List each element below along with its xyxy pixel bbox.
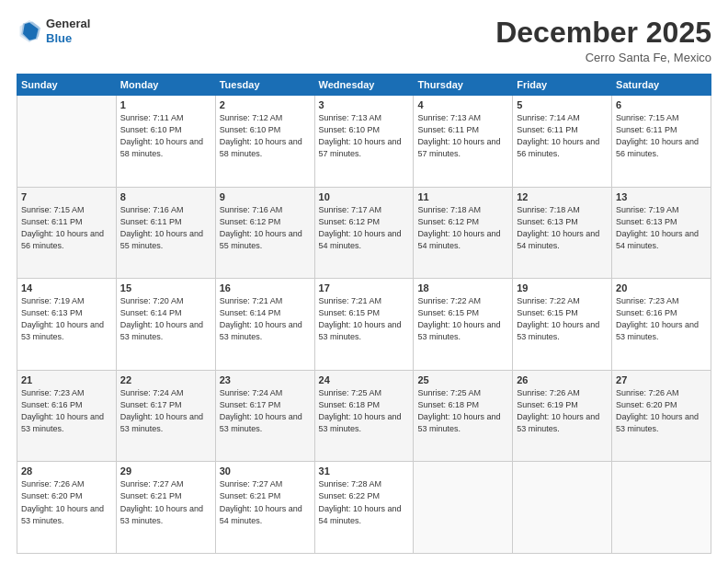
- calendar-cell: 2 Sunrise: 7:12 AM Sunset: 6:10 PM Dayli…: [215, 96, 314, 188]
- sunrise-label: Sunrise: 7:12 AM: [220, 113, 283, 122]
- sunrise-label: Sunrise: 7:26 AM: [616, 388, 679, 397]
- calendar-cell: 4 Sunrise: 7:13 AM Sunset: 6:11 PM Dayli…: [414, 96, 513, 188]
- calendar-cell: 9 Sunrise: 7:16 AM Sunset: 6:12 PM Dayli…: [215, 187, 314, 279]
- calendar-cell: 30 Sunrise: 7:27 AM Sunset: 6:21 PM Dayl…: [215, 462, 314, 554]
- sunrise-label: Sunrise: 7:25 AM: [417, 388, 481, 397]
- daylight-label: Daylight: 10 hours and 55 minutes.: [220, 229, 302, 250]
- calendar-cell: [612, 462, 711, 554]
- sunrise-label: Sunrise: 7:24 AM: [220, 388, 283, 397]
- sunset-label: Sunset: 6:15 PM: [319, 308, 381, 317]
- sunrise-label: Sunrise: 7:16 AM: [120, 205, 184, 214]
- sunrise-label: Sunrise: 7:20 AM: [120, 296, 184, 305]
- sunrise-label: Sunrise: 7:21 AM: [220, 296, 283, 305]
- daylight-label: Daylight: 10 hours and 53 minutes.: [616, 412, 699, 433]
- sunset-label: Sunset: 6:14 PM: [120, 308, 182, 317]
- sunset-label: Sunset: 6:13 PM: [517, 217, 578, 226]
- logo-blue: Blue: [46, 31, 90, 46]
- day-number: 31: [319, 465, 410, 477]
- calendar-cell: [17, 96, 117, 188]
- sunset-label: Sunset: 6:10 PM: [319, 125, 381, 134]
- day-number: 10: [319, 191, 410, 202]
- day-number: 6: [616, 99, 707, 110]
- calendar-cell: 19 Sunrise: 7:22 AM Sunset: 6:15 PM Dayl…: [513, 279, 612, 371]
- logo-text: General Blue: [46, 17, 90, 45]
- daylight-label: Daylight: 10 hours and 53 minutes.: [120, 320, 203, 341]
- daylight-label: Daylight: 10 hours and 53 minutes.: [21, 320, 104, 341]
- daylight-label: Daylight: 10 hours and 54 minutes.: [319, 504, 402, 525]
- day-number: 26: [517, 374, 608, 385]
- calendar-cell: 15 Sunrise: 7:20 AM Sunset: 6:14 PM Dayl…: [116, 279, 215, 371]
- daylight-label: Daylight: 10 hours and 54 minutes.: [616, 229, 699, 250]
- calendar-cell: 10 Sunrise: 7:17 AM Sunset: 6:12 PM Dayl…: [314, 187, 414, 279]
- sunrise-label: Sunrise: 7:27 AM: [220, 479, 283, 488]
- daylight-label: Daylight: 10 hours and 53 minutes.: [319, 320, 402, 341]
- day-number: 9: [220, 191, 311, 202]
- sunrise-label: Sunrise: 7:13 AM: [417, 113, 481, 122]
- day-number: 15: [120, 282, 211, 293]
- daylight-label: Daylight: 10 hours and 53 minutes.: [120, 504, 203, 525]
- day-info: Sunrise: 7:11 AM Sunset: 6:10 PM Dayligh…: [120, 112, 211, 160]
- day-number: 11: [417, 191, 508, 202]
- day-info: Sunrise: 7:13 AM Sunset: 6:11 PM Dayligh…: [417, 112, 508, 160]
- daylight-label: Daylight: 10 hours and 56 minutes.: [21, 229, 104, 250]
- sunrise-label: Sunrise: 7:18 AM: [417, 205, 481, 214]
- daylight-label: Daylight: 10 hours and 53 minutes.: [319, 412, 402, 433]
- day-info: Sunrise: 7:19 AM Sunset: 6:13 PM Dayligh…: [616, 204, 707, 252]
- logo-icon: [17, 18, 42, 44]
- day-info: Sunrise: 7:23 AM Sunset: 6:16 PM Dayligh…: [616, 295, 707, 343]
- day-info: Sunrise: 7:19 AM Sunset: 6:13 PM Dayligh…: [21, 295, 112, 343]
- calendar-cell: 22 Sunrise: 7:24 AM Sunset: 6:17 PM Dayl…: [116, 370, 215, 462]
- daylight-label: Daylight: 10 hours and 56 minutes.: [616, 137, 699, 158]
- daylight-label: Daylight: 10 hours and 54 minutes.: [319, 229, 402, 250]
- day-info: Sunrise: 7:16 AM Sunset: 6:11 PM Dayligh…: [120, 204, 211, 252]
- sunset-label: Sunset: 6:11 PM: [417, 125, 479, 134]
- daylight-label: Daylight: 10 hours and 55 minutes.: [120, 229, 203, 250]
- location: Cerro Santa Fe, Mexico: [495, 51, 711, 64]
- day-info: Sunrise: 7:25 AM Sunset: 6:18 PM Dayligh…: [319, 387, 410, 435]
- calendar-cell: 25 Sunrise: 7:25 AM Sunset: 6:18 PM Dayl…: [414, 370, 513, 462]
- sunrise-label: Sunrise: 7:16 AM: [220, 205, 283, 214]
- calendar-cell: 29 Sunrise: 7:27 AM Sunset: 6:21 PM Dayl…: [116, 462, 215, 554]
- calendar-cell: 27 Sunrise: 7:26 AM Sunset: 6:20 PM Dayl…: [612, 370, 711, 462]
- calendar-cell: 24 Sunrise: 7:25 AM Sunset: 6:18 PM Dayl…: [314, 370, 414, 462]
- calendar-cell: 8 Sunrise: 7:16 AM Sunset: 6:11 PM Dayli…: [116, 187, 215, 279]
- weekday-header: Wednesday: [314, 75, 414, 96]
- calendar-week-row: 28 Sunrise: 7:26 AM Sunset: 6:20 PM Dayl…: [17, 462, 711, 554]
- day-info: Sunrise: 7:17 AM Sunset: 6:12 PM Dayligh…: [319, 204, 410, 252]
- sunset-label: Sunset: 6:13 PM: [616, 217, 677, 226]
- day-number: 2: [220, 99, 311, 110]
- day-number: 12: [517, 191, 608, 202]
- day-info: Sunrise: 7:18 AM Sunset: 6:12 PM Dayligh…: [417, 204, 508, 252]
- daylight-label: Daylight: 10 hours and 53 minutes.: [417, 412, 500, 433]
- calendar-cell: 23 Sunrise: 7:24 AM Sunset: 6:17 PM Dayl…: [215, 370, 314, 462]
- day-number: 25: [417, 374, 508, 385]
- day-number: 16: [220, 282, 311, 293]
- day-number: 5: [517, 99, 608, 110]
- sunset-label: Sunset: 6:15 PM: [417, 308, 479, 317]
- day-info: Sunrise: 7:24 AM Sunset: 6:17 PM Dayligh…: [220, 387, 311, 435]
- sunrise-label: Sunrise: 7:23 AM: [616, 296, 679, 305]
- sunset-label: Sunset: 6:18 PM: [319, 400, 381, 409]
- calendar-week-row: 7 Sunrise: 7:15 AM Sunset: 6:11 PM Dayli…: [17, 187, 711, 279]
- weekday-header: Saturday: [612, 75, 711, 96]
- day-info: Sunrise: 7:28 AM Sunset: 6:22 PM Dayligh…: [319, 478, 410, 526]
- daylight-label: Daylight: 10 hours and 53 minutes.: [21, 504, 104, 525]
- day-info: Sunrise: 7:21 AM Sunset: 6:15 PM Dayligh…: [319, 295, 410, 343]
- weekday-header: Sunday: [17, 75, 117, 96]
- day-info: Sunrise: 7:20 AM Sunset: 6:14 PM Dayligh…: [120, 295, 211, 343]
- day-info: Sunrise: 7:16 AM Sunset: 6:12 PM Dayligh…: [220, 204, 311, 252]
- sunset-label: Sunset: 6:16 PM: [616, 308, 677, 317]
- day-number: 3: [319, 99, 410, 110]
- calendar-week-row: 14 Sunrise: 7:19 AM Sunset: 6:13 PM Dayl…: [17, 279, 711, 371]
- calendar-cell: 11 Sunrise: 7:18 AM Sunset: 6:12 PM Dayl…: [414, 187, 513, 279]
- sunrise-label: Sunrise: 7:28 AM: [319, 479, 382, 488]
- sunset-label: Sunset: 6:17 PM: [220, 400, 281, 409]
- daylight-label: Daylight: 10 hours and 53 minutes.: [220, 320, 302, 341]
- sunrise-label: Sunrise: 7:15 AM: [616, 113, 679, 122]
- weekday-header: Friday: [513, 75, 612, 96]
- daylight-label: Daylight: 10 hours and 53 minutes.: [417, 320, 500, 341]
- calendar-cell: [414, 462, 513, 554]
- day-number: 17: [319, 282, 410, 293]
- calendar-cell: 6 Sunrise: 7:15 AM Sunset: 6:11 PM Dayli…: [612, 96, 711, 188]
- day-info: Sunrise: 7:21 AM Sunset: 6:14 PM Dayligh…: [220, 295, 311, 343]
